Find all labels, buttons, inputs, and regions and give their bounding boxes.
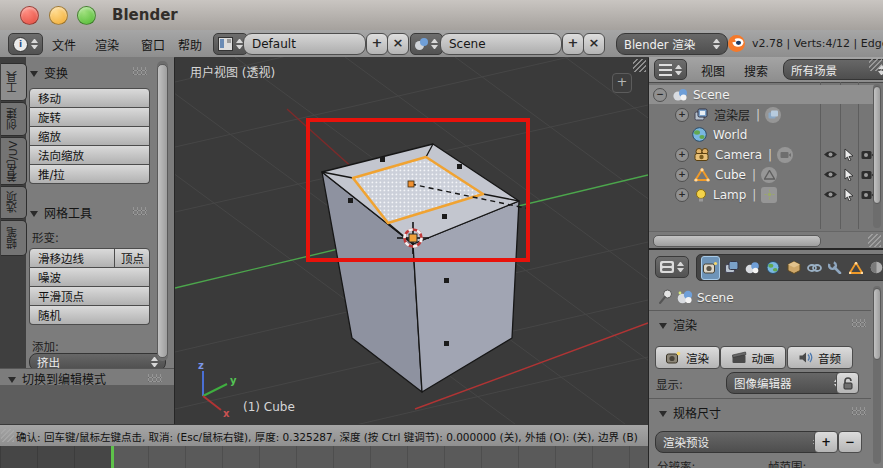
pointer-icon[interactable]	[843, 148, 855, 161]
panel-header-dimensions[interactable]: 规格尺寸	[659, 404, 721, 421]
collapse-minus-icon[interactable]: −	[653, 88, 667, 102]
drag-dots-icon[interactable]	[852, 319, 866, 327]
drag-dots-icon[interactable]	[148, 374, 162, 382]
tab-world[interactable]	[765, 257, 782, 279]
menu-file[interactable]: 文件	[52, 36, 76, 53]
properties-scrollbar[interactable]	[873, 286, 881, 464]
tab-render-layers[interactable]	[724, 257, 741, 279]
delete-layout-button[interactable]: ×	[387, 33, 409, 55]
panel-header-render[interactable]: 渲染	[659, 316, 697, 333]
lock-interface-button[interactable]	[836, 372, 859, 394]
lamp-data-badge-icon[interactable]	[761, 187, 777, 203]
add-scene-button[interactable]: +	[562, 33, 584, 55]
tree-row-world[interactable]: World	[649, 125, 875, 144]
tool-shelf-scrollbar[interactable]	[157, 61, 168, 361]
redo-panel-header[interactable]: 切换到编辑模式	[0, 368, 174, 386]
pointer-icon[interactable]	[843, 188, 855, 201]
drag-dots-icon[interactable]	[133, 207, 147, 215]
properties-scrollbar-thumb[interactable]	[873, 288, 881, 360]
expand-plus-icon[interactable]: +	[675, 188, 689, 202]
tab-scene[interactable]	[744, 257, 761, 279]
editor-type-button-info[interactable]: i	[8, 33, 43, 55]
outliner-search-menu[interactable]: 搜索	[744, 62, 768, 79]
render-layers-badge-icon[interactable]	[765, 107, 781, 123]
display-mode-dropdown[interactable]: 图像编辑器	[726, 372, 849, 394]
randomize-button[interactable]: 随机	[29, 306, 150, 325]
area-corner-widget[interactable]	[1, 429, 14, 442]
tab-create[interactable]: 创建	[1, 102, 27, 136]
expand-plus-icon[interactable]: +	[675, 148, 689, 162]
eye-icon[interactable]	[823, 169, 838, 180]
tree-row-scene[interactable]: − Scene	[649, 85, 875, 104]
tree-label[interactable]: Lamp	[713, 188, 746, 202]
tree-row-camera[interactable]: + Camera |	[649, 145, 875, 164]
menu-help[interactable]: 帮助	[178, 36, 202, 53]
rotate-button[interactable]: 旋转	[29, 108, 150, 127]
panel-header-transform[interactable]: 变换	[30, 64, 68, 81]
tree-row-render-layers[interactable]: + 渲染层 |	[649, 105, 875, 124]
tab-shading-uv[interactable]: 着色/UV	[1, 137, 27, 185]
area-corner-widget[interactable]	[868, 234, 881, 247]
layout-selector[interactable]: Default	[243, 33, 366, 55]
camera-data-badge-icon[interactable]	[777, 147, 793, 163]
eye-icon[interactable]	[823, 189, 838, 200]
editor-type-button-outliner[interactable]	[654, 59, 687, 80]
breadcrumb-id[interactable]: Scene	[697, 291, 734, 305]
tab-constraints[interactable]	[806, 257, 823, 279]
maximize-window-icon[interactable]	[77, 6, 96, 25]
eye-icon[interactable]	[823, 149, 838, 160]
add-layout-button[interactable]: +	[366, 33, 388, 55]
render-presets-dropdown[interactable]: 渲染预设	[655, 431, 828, 453]
render-still-button[interactable]: 渲染	[655, 346, 720, 369]
smooth-vertex-button[interactable]: 平滑顶点	[29, 287, 150, 306]
outliner-scrollbar-thumb[interactable]	[873, 86, 881, 204]
noise-button[interactable]: 噪波	[29, 268, 150, 287]
outliner-scrollbar[interactable]	[873, 84, 881, 228]
tab-material[interactable]	[868, 257, 883, 279]
mesh-data-badge-icon[interactable]	[761, 167, 777, 183]
render-animation-button[interactable]: 动画	[720, 346, 786, 369]
timeline[interactable]	[0, 446, 648, 468]
area-corner-widget[interactable]	[633, 59, 646, 72]
scale-button[interactable]: 缩放	[29, 127, 150, 146]
tab-render[interactable]	[701, 256, 720, 280]
add-preset-button[interactable]: +	[814, 431, 838, 453]
tab-object-data[interactable]	[848, 257, 865, 279]
translate-button[interactable]: 移动	[29, 88, 150, 108]
drag-dots-icon[interactable]	[133, 67, 147, 75]
tab-object[interactable]	[786, 257, 803, 279]
tab-modifiers-wrench-icon[interactable]	[827, 257, 844, 279]
expand-plus-icon[interactable]: +	[675, 168, 689, 182]
outliner-display-filter[interactable]: 所有场景	[783, 59, 883, 80]
tab-tools[interactable]: 工具	[1, 63, 27, 101]
cube-mesh[interactable]	[322, 144, 519, 392]
tree-label[interactable]: Scene	[693, 88, 730, 102]
delete-scene-button[interactable]: ×	[583, 33, 605, 55]
region-expand-button[interactable]: +	[612, 73, 632, 93]
tree-row-cube[interactable]: + Cube |	[649, 165, 875, 184]
outliner-hscroll-thumb[interactable]	[653, 235, 821, 247]
tab-grease-pencil[interactable]: 蜡笔	[1, 220, 27, 256]
render-audio-button[interactable]: 音频	[787, 346, 853, 369]
tree-label[interactable]: World	[713, 128, 747, 142]
outliner-view-menu[interactable]: 视图	[701, 62, 725, 79]
vertex-slide-button[interactable]: 顶点	[115, 249, 149, 267]
menu-window[interactable]: 窗口	[141, 36, 165, 53]
viewport-3d[interactable]: 用户视图 (透视) (1) Cube z y x +	[175, 57, 648, 424]
shrink-fatten-button[interactable]: 法向缩放	[29, 146, 150, 165]
pointer-icon[interactable]	[843, 168, 855, 181]
minimize-window-icon[interactable]	[49, 6, 68, 25]
pin-icon[interactable]	[658, 289, 673, 305]
render-engine-select[interactable]: Blender 渲染	[616, 33, 728, 55]
viewport-canvas[interactable]	[175, 57, 648, 424]
menu-render[interactable]: 渲染	[95, 36, 119, 53]
scene-name-field[interactable]: Scene	[440, 33, 562, 55]
editor-type-button-properties[interactable]	[655, 256, 689, 278]
area-corner-widget[interactable]	[869, 58, 882, 71]
tree-label[interactable]: Camera	[715, 148, 762, 162]
panel-header-mesh-tools[interactable]: 网格工具	[30, 204, 92, 221]
edge-slide-button[interactable]: 滑移边线	[30, 249, 115, 267]
expand-plus-icon[interactable]: +	[675, 108, 689, 122]
tab-options[interactable]: 选项	[1, 186, 27, 219]
current-frame-marker[interactable]	[111, 446, 114, 468]
